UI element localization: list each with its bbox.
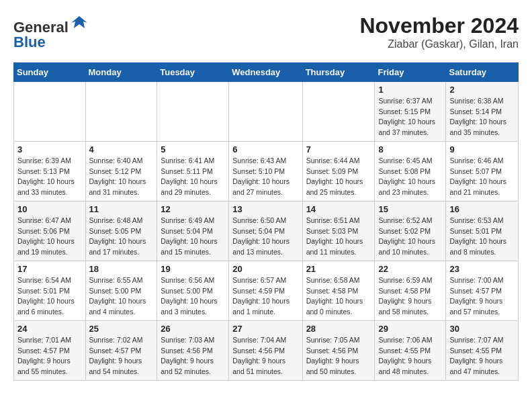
- calendar-cell: [157, 81, 229, 141]
- calendar-cell: 30Sunrise: 7:07 AM Sunset: 4:55 PM Dayli…: [446, 320, 519, 380]
- calendar-cell: 18Sunrise: 6:55 AM Sunset: 5:00 PM Dayli…: [85, 261, 157, 320]
- calendar-cell: [229, 81, 302, 141]
- calendar-cell: [14, 81, 86, 141]
- day-number: 15: [378, 204, 442, 214]
- day-detail: Sunrise: 6:49 AM Sunset: 5:04 PM Dayligh…: [161, 216, 225, 258]
- day-number: 13: [232, 204, 298, 214]
- day-number: 3: [17, 144, 82, 154]
- calendar-cell: 10Sunrise: 6:47 AM Sunset: 5:06 PM Dayli…: [14, 201, 86, 261]
- day-detail: Sunrise: 6:48 AM Sunset: 5:05 PM Dayligh…: [89, 216, 154, 258]
- day-detail: Sunrise: 6:51 AM Sunset: 5:03 PM Dayligh…: [306, 216, 371, 258]
- day-detail: Sunrise: 6:58 AM Sunset: 4:58 PM Dayligh…: [306, 275, 371, 318]
- day-number: 9: [449, 144, 515, 154]
- calendar-cell: 2Sunrise: 6:38 AM Sunset: 5:14 PM Daylig…: [446, 81, 519, 141]
- calendar-cell: 25Sunrise: 7:02 AM Sunset: 4:57 PM Dayli…: [85, 320, 157, 380]
- calendar-cell: 24Sunrise: 7:01 AM Sunset: 4:57 PM Dayli…: [14, 320, 86, 380]
- day-number: 1: [378, 85, 442, 95]
- day-detail: Sunrise: 6:38 AM Sunset: 5:14 PM Dayligh…: [449, 96, 515, 138]
- main-title: November 2024: [359, 13, 519, 38]
- weekday-header-tuesday: Tuesday: [157, 62, 229, 81]
- calendar-week-1: 1Sunrise: 6:37 AM Sunset: 5:15 PM Daylig…: [14, 81, 519, 141]
- weekday-header-saturday: Saturday: [446, 62, 519, 81]
- day-detail: Sunrise: 6:57 AM Sunset: 4:59 PM Dayligh…: [232, 275, 298, 318]
- calendar-week-3: 10Sunrise: 6:47 AM Sunset: 5:06 PM Dayli…: [14, 201, 519, 261]
- day-detail: Sunrise: 7:02 AM Sunset: 4:57 PM Dayligh…: [89, 335, 154, 377]
- day-detail: Sunrise: 6:44 AM Sunset: 5:09 PM Dayligh…: [306, 156, 371, 198]
- calendar-week-5: 24Sunrise: 7:01 AM Sunset: 4:57 PM Dayli…: [14, 320, 519, 380]
- day-number: 14: [306, 204, 371, 214]
- calendar-cell: 23Sunrise: 7:00 AM Sunset: 4:57 PM Dayli…: [446, 261, 519, 320]
- calendar-cell: 14Sunrise: 6:51 AM Sunset: 5:03 PM Dayli…: [302, 201, 375, 261]
- calendar-cell: 27Sunrise: 7:04 AM Sunset: 4:56 PM Dayli…: [229, 320, 302, 380]
- logo: General Blue: [13, 13, 89, 52]
- calendar-cell: 26Sunrise: 7:03 AM Sunset: 4:56 PM Dayli…: [157, 320, 229, 380]
- day-detail: Sunrise: 6:53 AM Sunset: 5:01 PM Dayligh…: [449, 216, 515, 258]
- day-number: 23: [449, 264, 515, 274]
- day-number: 24: [17, 324, 82, 334]
- calendar-cell: 15Sunrise: 6:52 AM Sunset: 5:02 PM Dayli…: [375, 201, 446, 261]
- day-detail: Sunrise: 6:39 AM Sunset: 5:13 PM Dayligh…: [17, 156, 82, 198]
- day-detail: Sunrise: 6:46 AM Sunset: 5:07 PM Dayligh…: [449, 156, 515, 198]
- calendar-cell: 20Sunrise: 6:57 AM Sunset: 4:59 PM Dayli…: [229, 261, 302, 320]
- calendar-header-row: SundayMondayTuesdayWednesdayThursdayFrid…: [14, 62, 519, 81]
- calendar-cell: 1Sunrise: 6:37 AM Sunset: 5:15 PM Daylig…: [375, 81, 446, 141]
- day-detail: Sunrise: 6:37 AM Sunset: 5:15 PM Dayligh…: [378, 96, 442, 138]
- day-number: 7: [306, 144, 371, 154]
- day-number: 6: [232, 144, 298, 154]
- logo-bird-icon: [70, 13, 89, 32]
- page-header: General Blue November 2024 Ziabar (Gaska…: [13, 13, 519, 52]
- day-detail: Sunrise: 6:41 AM Sunset: 5:11 PM Dayligh…: [161, 156, 225, 198]
- weekday-header-sunday: Sunday: [14, 62, 86, 81]
- calendar-table: SundayMondayTuesdayWednesdayThursdayFrid…: [13, 62, 519, 381]
- calendar-cell: 7Sunrise: 6:44 AM Sunset: 5:09 PM Daylig…: [302, 141, 375, 201]
- calendar-cell: [85, 81, 157, 141]
- day-detail: Sunrise: 7:07 AM Sunset: 4:55 PM Dayligh…: [449, 335, 515, 377]
- logo-blue: Blue: [13, 34, 46, 50]
- day-number: 16: [449, 204, 515, 214]
- day-detail: Sunrise: 6:56 AM Sunset: 5:00 PM Dayligh…: [161, 275, 225, 318]
- weekday-header-friday: Friday: [375, 62, 446, 81]
- day-detail: Sunrise: 7:04 AM Sunset: 4:56 PM Dayligh…: [232, 335, 298, 377]
- day-detail: Sunrise: 6:47 AM Sunset: 5:06 PM Dayligh…: [17, 216, 82, 258]
- weekday-header-wednesday: Wednesday: [229, 62, 302, 81]
- logo-general: General: [13, 19, 69, 36]
- subtitle: Ziabar (Gaskar), Gilan, Iran: [359, 38, 519, 50]
- calendar-cell: 4Sunrise: 6:40 AM Sunset: 5:12 PM Daylig…: [85, 141, 157, 201]
- calendar-cell: 5Sunrise: 6:41 AM Sunset: 5:11 PM Daylig…: [157, 141, 229, 201]
- calendar-cell: 16Sunrise: 6:53 AM Sunset: 5:01 PM Dayli…: [446, 201, 519, 261]
- day-detail: Sunrise: 6:55 AM Sunset: 5:00 PM Dayligh…: [89, 275, 154, 318]
- title-block: November 2024 Ziabar (Gaskar), Gilan, Ir…: [359, 13, 519, 50]
- day-number: 18: [89, 264, 154, 274]
- day-number: 26: [161, 324, 225, 334]
- day-detail: Sunrise: 6:59 AM Sunset: 4:58 PM Dayligh…: [378, 275, 442, 318]
- day-detail: Sunrise: 6:40 AM Sunset: 5:12 PM Dayligh…: [89, 156, 154, 198]
- calendar-week-2: 3Sunrise: 6:39 AM Sunset: 5:13 PM Daylig…: [14, 141, 519, 201]
- svg-marker-0: [71, 16, 87, 28]
- day-number: 25: [89, 324, 154, 334]
- calendar-cell: 8Sunrise: 6:45 AM Sunset: 5:08 PM Daylig…: [375, 141, 446, 201]
- calendar-cell: 29Sunrise: 7:06 AM Sunset: 4:55 PM Dayli…: [375, 320, 446, 380]
- day-number: 2: [449, 85, 515, 95]
- day-detail: Sunrise: 6:50 AM Sunset: 5:04 PM Dayligh…: [232, 216, 298, 258]
- day-detail: Sunrise: 7:01 AM Sunset: 4:57 PM Dayligh…: [17, 335, 82, 377]
- calendar-cell: 19Sunrise: 6:56 AM Sunset: 5:00 PM Dayli…: [157, 261, 229, 320]
- weekday-header-monday: Monday: [85, 62, 157, 81]
- day-number: 12: [161, 204, 225, 214]
- day-number: 10: [17, 204, 82, 214]
- day-number: 22: [378, 264, 442, 274]
- weekday-header-thursday: Thursday: [302, 62, 375, 81]
- day-detail: Sunrise: 6:52 AM Sunset: 5:02 PM Dayligh…: [378, 216, 442, 258]
- day-number: 27: [232, 324, 298, 334]
- day-detail: Sunrise: 7:00 AM Sunset: 4:57 PM Dayligh…: [449, 275, 515, 318]
- day-number: 20: [232, 264, 298, 274]
- day-detail: Sunrise: 7:03 AM Sunset: 4:56 PM Dayligh…: [161, 335, 225, 377]
- day-number: 17: [17, 264, 82, 274]
- calendar-cell: 22Sunrise: 6:59 AM Sunset: 4:58 PM Dayli…: [375, 261, 446, 320]
- day-number: 30: [449, 324, 515, 334]
- calendar-cell: 17Sunrise: 6:54 AM Sunset: 5:01 PM Dayli…: [14, 261, 86, 320]
- day-detail: Sunrise: 6:43 AM Sunset: 5:10 PM Dayligh…: [232, 156, 298, 198]
- calendar-cell: 28Sunrise: 7:05 AM Sunset: 4:56 PM Dayli…: [302, 320, 375, 380]
- calendar-cell: 3Sunrise: 6:39 AM Sunset: 5:13 PM Daylig…: [14, 141, 86, 201]
- day-detail: Sunrise: 7:05 AM Sunset: 4:56 PM Dayligh…: [306, 335, 371, 377]
- calendar-cell: 12Sunrise: 6:49 AM Sunset: 5:04 PM Dayli…: [157, 201, 229, 261]
